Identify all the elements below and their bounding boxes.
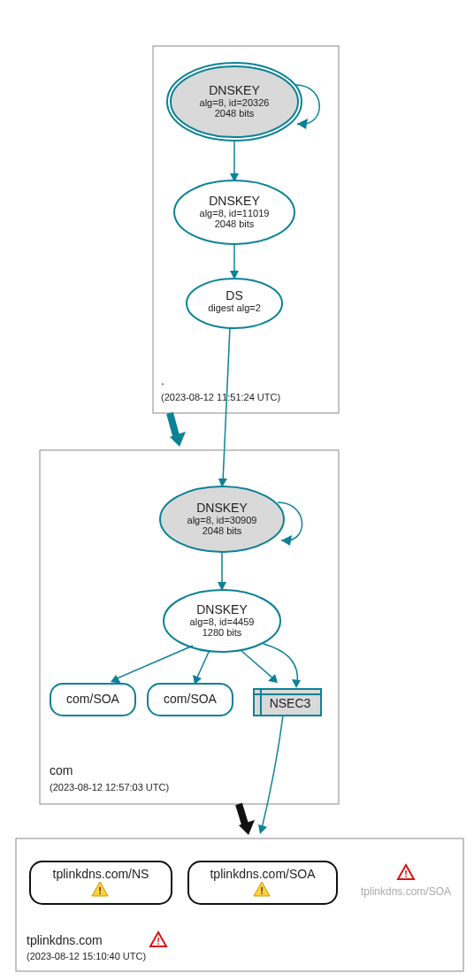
zone-tplinkdns-time: (2023-08-12 15:10:40 UTC) [27, 951, 146, 961]
zone-root-label: . [161, 373, 164, 387]
zone-tplinkdns-label: tplinkdns.com [27, 933, 103, 947]
arrow-head-icon [111, 675, 121, 684]
node-com-dnskey-1: DNSKEY alg=8, id=30909 2048 bits [160, 486, 284, 552]
zone-com-label: com [50, 763, 73, 777]
arrow-head-icon [281, 535, 292, 546]
edge [196, 650, 210, 679]
label-sub1: digest alg=2 [208, 302, 261, 313]
error-icon: ! [150, 932, 166, 946]
label: DNSKEY [209, 194, 260, 208]
label: DNSKEY [196, 501, 248, 515]
zone-root: DNSKEY alg=8, id=20326 2048 bits DNSKEY … [153, 46, 339, 413]
edge-com-to-tplinkdns [262, 716, 283, 829]
node-com-soa-1: com/SOA [50, 684, 135, 716]
edge-root-to-com [223, 327, 230, 482]
label: com/SOA [66, 692, 120, 706]
arrow-head-icon [258, 824, 267, 834]
edge [264, 644, 297, 683]
label-sub2: 2048 bits [215, 108, 255, 119]
zone-tplinkdns: tplinkdns.com/NS ! tplinkdns.com/SOA ! !… [16, 838, 463, 971]
label: NSEC3 [270, 696, 311, 710]
node-com-dnskey-2: DNSKEY alg=8, id=4459 1280 bits [164, 590, 280, 652]
label-sub1: alg=8, id=11019 [200, 208, 270, 218]
zone-link-arrow-com-tplinkdns [239, 804, 255, 835]
label: DNSKEY [209, 83, 260, 97]
svg-text:!: ! [98, 885, 102, 896]
node-root-dnskey-1: DNSKEY alg=8, id=20326 2048 bits [167, 63, 302, 141]
svg-text:!: ! [260, 885, 264, 896]
zone-com: DNSKEY alg=8, id=30909 2048 bits DNSKEY … [40, 450, 339, 804]
svg-text:!: ! [157, 936, 160, 946]
label-sub2: 2048 bits [215, 218, 255, 229]
label: tplinkdns.com/SOA [210, 867, 316, 881]
zone-root-time: (2023-08-12 11:51:24 UTC) [161, 392, 280, 402]
node-tplinkdns-ns: tplinkdns.com/NS ! [30, 861, 172, 904]
error-icon: ! [398, 865, 414, 879]
label-sub1: alg=8, id=4459 [190, 616, 255, 627]
node-tplinkdns-soa-ghost: ! tplinkdns.com/SOA [361, 865, 451, 898]
label: DNSKEY [196, 602, 248, 616]
node-com-soa-2: com/SOA [148, 684, 233, 716]
label: DS [226, 288, 242, 302]
node-com-nsec3: NSEC3 [254, 689, 321, 716]
label: com/SOA [164, 692, 218, 706]
label: tplinkdns.com/NS [53, 867, 149, 881]
label-sub2: 1280 bits [203, 627, 242, 638]
label-ghost: tplinkdns.com/SOA [361, 885, 451, 898]
label-sub2: 2048 bits [203, 525, 242, 536]
zone-com-time: (2023-08-12 12:57:03 UTC) [50, 782, 169, 792]
node-root-dnskey-2: DNSKEY alg=8, id=11019 2048 bits [174, 180, 294, 244]
edge [241, 650, 274, 679]
node-root-ds: DS digest alg=2 [187, 279, 282, 328]
svg-text:!: ! [404, 869, 408, 879]
label-sub1: alg=8, id=30909 [187, 515, 257, 525]
zone-link-arrow-root-com [170, 413, 186, 447]
arrow-head-icon [297, 119, 308, 129]
label-sub1: alg=8, id=20326 [200, 97, 270, 108]
node-tplinkdns-soa: tplinkdns.com/SOA ! [188, 861, 337, 904]
edge [115, 646, 193, 679]
arrow-head-icon [292, 679, 301, 688]
